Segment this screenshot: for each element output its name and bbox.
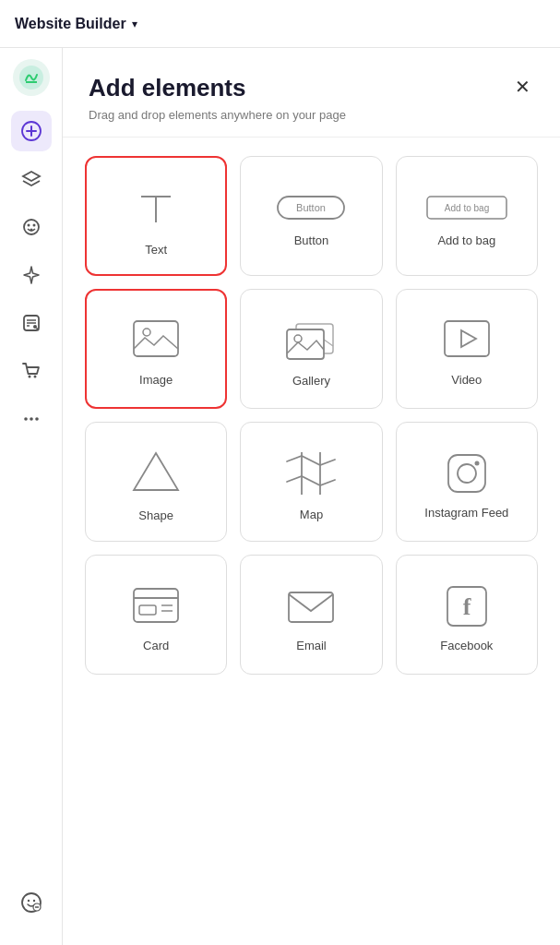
svg-rect-36: [287, 329, 324, 359]
sidebar: [0, 48, 63, 945]
svg-point-16: [33, 376, 36, 378]
top-bar: Website Builder ▾: [0, 0, 560, 48]
shape-icon: [130, 448, 182, 499]
add-elements-panel: Add elements ✕ Drag and drop elements an…: [63, 48, 560, 945]
svg-point-25: [37, 906, 39, 908]
element-label-add-to-bag: Add to bag: [437, 233, 495, 247]
element-label-text: Text: [145, 243, 167, 257]
main-layout: Add elements ✕ Drag and drop elements an…: [0, 48, 560, 945]
element-label-button: Button: [294, 233, 329, 247]
sidebar-item-design[interactable]: [11, 207, 52, 247]
elements-grid: Text Button Button Add to bag: [63, 156, 560, 697]
plus-circle-icon: [21, 121, 42, 141]
add-to-bag-icon: Add to bag: [425, 191, 508, 224]
svg-text:f: f: [462, 593, 471, 620]
sidebar-item-add[interactable]: [11, 111, 52, 151]
sidebar-item-account[interactable]: [11, 882, 52, 923]
logo-icon: [18, 65, 44, 90]
sidebar-bottom: [11, 882, 52, 934]
face-smile-icon: [20, 891, 42, 914]
panel-divider: [63, 137, 560, 138]
element-card-image[interactable]: Image: [85, 289, 227, 409]
app-title: Website Builder: [15, 16, 126, 32]
facebook-icon: f: [444, 583, 490, 629]
element-card-gallery[interactable]: Gallery: [240, 289, 382, 409]
svg-point-17: [24, 417, 28, 421]
svg-marker-40: [134, 453, 178, 490]
element-label-card: Card: [143, 639, 169, 652]
svg-rect-49: [289, 592, 333, 622]
panel-title: Add elements: [89, 74, 246, 102]
svg-point-21: [27, 900, 29, 902]
email-icon: [285, 583, 337, 629]
element-card-facebook[interactable]: f Facebook: [396, 555, 538, 675]
svg-rect-38: [445, 321, 489, 356]
svg-point-24: [35, 906, 37, 908]
element-label-email: Email: [296, 639, 327, 652]
element-label-gallery: Gallery: [292, 374, 330, 388]
svg-rect-32: [134, 321, 178, 356]
button-icon: Button: [274, 191, 348, 224]
svg-rect-41: [448, 455, 485, 492]
element-card-email[interactable]: Email: [240, 555, 382, 675]
card-icon: [130, 583, 182, 629]
element-label-map: Map: [300, 508, 323, 521]
element-card-shape[interactable]: Shape: [85, 422, 227, 542]
element-card-map[interactable]: Map: [240, 422, 382, 542]
svg-point-19: [35, 417, 39, 421]
svg-point-15: [28, 376, 30, 378]
instagram-icon: [444, 450, 490, 496]
more-icon: [21, 409, 42, 429]
element-card-instagram-feed[interactable]: Instagram Feed: [396, 422, 538, 542]
cart-icon: [21, 361, 42, 381]
sparkle-icon: [21, 265, 42, 285]
element-label-video: Video: [451, 373, 482, 387]
close-button[interactable]: ✕: [511, 74, 534, 100]
sidebar-logo: [13, 59, 50, 96]
image-icon: [130, 317, 182, 364]
panel-header: Add elements ✕: [63, 48, 560, 102]
svg-point-13: [33, 325, 37, 329]
svg-marker-39: [461, 330, 476, 347]
blog-icon: [21, 313, 42, 333]
element-label-instagram-feed: Instagram Feed: [424, 506, 508, 520]
svg-rect-46: [139, 605, 156, 615]
element-card-video[interactable]: Video: [396, 289, 538, 409]
element-label-image: Image: [139, 373, 173, 387]
element-card-text[interactable]: Text: [85, 156, 227, 276]
text-icon: [130, 182, 182, 233]
svg-point-22: [32, 900, 34, 902]
palette-icon: [21, 217, 42, 237]
panel-subtitle: Drag and drop elements anywhere on your …: [63, 102, 560, 137]
svg-point-7: [27, 224, 30, 227]
svg-point-33: [143, 329, 150, 336]
element-label-shape: Shape: [138, 508, 173, 522]
svg-point-42: [458, 464, 476, 483]
sidebar-item-shop[interactable]: [11, 351, 52, 391]
svg-point-6: [24, 220, 39, 234]
layers-icon: [21, 169, 42, 189]
svg-marker-5: [23, 172, 40, 181]
gallery-icon: [283, 317, 339, 365]
sidebar-item-ai[interactable]: [11, 255, 52, 295]
svg-point-43: [474, 461, 479, 465]
svg-text:Button: Button: [297, 202, 327, 213]
element-label-facebook: Facebook: [440, 639, 493, 652]
element-card-card[interactable]: Card: [85, 555, 227, 675]
svg-text:Add to bag: Add to bag: [445, 203, 489, 213]
element-card-add-to-bag[interactable]: Add to bag Add to bag: [396, 156, 538, 276]
sidebar-item-layers[interactable]: [11, 159, 52, 199]
sidebar-item-blog[interactable]: [11, 303, 52, 343]
svg-point-18: [30, 417, 33, 421]
video-icon: [441, 317, 493, 364]
map-icon: [283, 449, 339, 498]
svg-point-8: [32, 224, 35, 227]
element-card-button[interactable]: Button Button: [240, 156, 382, 276]
sidebar-item-more[interactable]: [11, 399, 52, 439]
chevron-down-icon[interactable]: ▾: [132, 18, 137, 30]
